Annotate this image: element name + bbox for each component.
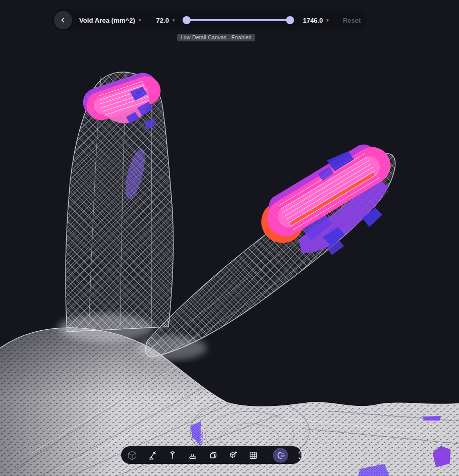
top-toolbar: Void Area (mm^2) ▾ 72.0 ▾ 1746.0 ▾ Reset <box>52 9 367 31</box>
scan-search-icon <box>298 450 308 460</box>
metric-dropdown-label[interactable]: Void Area (mm^2) <box>79 17 135 24</box>
grid-button[interactable] <box>248 450 259 461</box>
cube-sparkle-icon <box>228 450 238 460</box>
cube-panel-button[interactable] <box>207 450 218 461</box>
probe-button[interactable] <box>167 450 178 461</box>
low-detail-canvas-button[interactable] <box>273 448 288 463</box>
caret-down-icon[interactable]: ▾ <box>326 18 329 23</box>
scan-search-button[interactable] <box>297 450 308 461</box>
slider-handle-max[interactable] <box>286 16 294 24</box>
robot-arm-button[interactable] <box>147 450 158 461</box>
reset-button[interactable]: Reset <box>343 17 361 24</box>
probe-icon <box>167 450 178 460</box>
grid-icon <box>248 450 258 460</box>
toolbar-divider <box>267 451 267 459</box>
mesh-scene <box>0 0 459 476</box>
caret-down-icon[interactable]: ▾ <box>173 18 175 23</box>
slider-handle-min[interactable] <box>183 16 191 24</box>
range-min-value[interactable]: 72.0 <box>156 17 169 24</box>
low-detail-canvas-icon <box>275 450 285 460</box>
robot-arm-icon <box>147 450 157 460</box>
status-badge: Low Detail Canvas - Enabled <box>177 34 255 41</box>
back-button[interactable] <box>54 11 72 29</box>
heated-bed-icon <box>188 450 198 460</box>
bottom-toolbar <box>121 446 302 464</box>
mesh-cube-button[interactable] <box>127 450 138 461</box>
heated-bed-button[interactable] <box>187 450 198 461</box>
slider-track[interactable] <box>186 19 291 21</box>
toolbar-divider <box>149 16 149 24</box>
range-slider[interactable] <box>183 16 294 24</box>
mesh-cube-icon <box>127 450 137 460</box>
chevron-left-icon <box>59 16 67 24</box>
viewport-canvas[interactable] <box>0 0 459 476</box>
caret-down-icon[interactable]: ▾ <box>139 18 141 23</box>
cube-sparkle-button[interactable] <box>227 450 239 461</box>
cube-panel-icon <box>208 450 218 460</box>
range-max-value[interactable]: 1746.0 <box>303 17 323 24</box>
